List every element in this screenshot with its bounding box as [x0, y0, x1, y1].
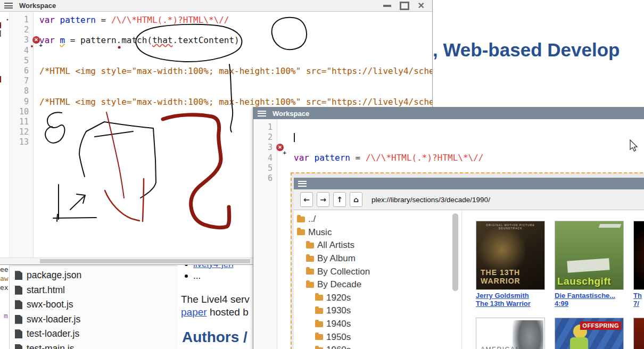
folder-name: By Collection: [317, 267, 370, 277]
folder-icon: [297, 229, 305, 235]
folder-name: ../: [308, 214, 316, 225]
file-list-item[interactable]: start.html: [10, 283, 178, 298]
album-cover[interactable]: OFFSPRING: [555, 318, 624, 349]
add-annotation-icon[interactable]: +: [39, 40, 43, 51]
file-list-item[interactable]: swx-loader.js: [10, 312, 178, 327]
code-line[interactable]: var pattern = /\/\*HTML(.*)?HTML\*\//: [294, 153, 644, 163]
back-button[interactable]: ←: [300, 192, 313, 207]
code-token: m: [60, 35, 65, 45]
file-name: package.json: [27, 270, 81, 281]
tree-item--[interactable]: ../: [294, 213, 461, 226]
album-grid: ORIGINAL MOTION PICTURE SOUNDTRACKTHE 13…: [462, 210, 644, 349]
window-titlebar[interactable]: Workspace ✕: [0, 0, 432, 12]
tree-item-1960s[interactable]: 1960s: [294, 344, 461, 349]
album-link[interactable]: 4:99: [555, 300, 624, 308]
album-link[interactable]: 7/: [633, 300, 644, 308]
bullet-list-item: ...: [185, 271, 201, 281]
folder-tree: ../MusicAll ArtistsBy AlbumBy Collection…: [294, 210, 462, 349]
code-line[interactable]: [39, 56, 432, 66]
album-cell: AMERICANHISTORY X: [476, 318, 545, 349]
album-cover[interactable]: [633, 318, 644, 349]
file-list-item[interactable]: package.json: [10, 268, 178, 283]
tree-item-music[interactable]: Music: [294, 226, 461, 239]
authors-heading: Authors /: [182, 329, 247, 346]
forward-button[interactable]: →: [317, 192, 329, 207]
cover-caption: ORIGINAL MOTION PICTURE SOUNDTRACK: [476, 223, 544, 230]
page-heading: , Web-based Develop: [433, 39, 620, 61]
tree-item-1940s[interactable]: 1940s: [294, 318, 461, 331]
menu-icon[interactable]: [4, 3, 13, 9]
home-button[interactable]: ⌂: [350, 192, 362, 207]
line-number-gutter: 123✕+456: [253, 119, 277, 349]
album-cover[interactable]: [633, 221, 644, 290]
menu-icon[interactable]: [258, 111, 266, 117]
address-bar[interactable]: plex://library/sections/3/decade/1990/: [371, 196, 490, 204]
window-titlebar[interactable]: Workspace: [253, 107, 644, 119]
line-number-label: 9: [24, 97, 29, 106]
file-name: swx-boot.js: [27, 299, 73, 310]
maximize-button[interactable]: [400, 2, 409, 10]
album-cover[interactable]: Lauschgift: [555, 221, 624, 290]
album-link[interactable]: The 13th Warrior: [476, 300, 545, 308]
file-list-item[interactable]: test-main.js: [10, 342, 178, 349]
album-cell: LauschgiftDie Fantastische...4:99: [555, 221, 624, 318]
cover-logo: [599, 224, 622, 228]
code-line[interactable]: /*HTML <img style="max-width:100%; max-h…: [39, 66, 432, 76]
artist-link[interactable]: Die Fantastische...: [555, 292, 624, 300]
code-token: /\/\*HTML(.*)?HTML\*\//: [111, 15, 229, 25]
file-list-item[interactable]: swx-boot.js: [10, 297, 178, 312]
code-token: [55, 15, 60, 25]
tree-scrollbar-thumb[interactable]: [452, 213, 458, 291]
artist-link[interactable]: Jerry Goldsmith: [476, 292, 545, 300]
cover-title: THE 13TH WARRIOR: [481, 268, 544, 285]
folder-icon: [306, 243, 314, 248]
code-line[interactable]: [39, 46, 432, 56]
cover-graphic: [567, 258, 610, 272]
code-fragment: ex: [0, 284, 9, 292]
tree-item-1920s[interactable]: 1920s: [294, 292, 461, 305]
line-number: 1: [10, 15, 33, 25]
file-name: test-loader.js: [27, 328, 79, 339]
tree-item-all-artists[interactable]: All Artists: [294, 239, 461, 252]
paragraph-line2: hosted b: [207, 306, 249, 318]
minimize-button[interactable]: [383, 5, 391, 7]
tree-item-1950s[interactable]: 1950s: [294, 330, 461, 344]
code-line[interactable]: [39, 25, 432, 35]
code-line[interactable]: /*HTML <img style="max-width:100%; max-h…: [39, 97, 432, 107]
code-token: [309, 153, 315, 163]
line-number: 6: [253, 173, 277, 184]
tree-item-by-album[interactable]: By Album: [294, 252, 461, 265]
paper-link[interactable]: paper: [181, 306, 207, 318]
line-number-label: 6: [268, 173, 273, 183]
file-list-item[interactable]: test-loader.js: [10, 327, 178, 342]
tree-item-1930s[interactable]: 1930s: [294, 304, 461, 318]
up-button[interactable]: ↑: [333, 192, 346, 207]
browser-titlebar[interactable]: [294, 178, 644, 189]
code-line[interactable]: var pattern = /\/\*HTML(.*)?HTML\*\//: [39, 15, 432, 25]
scrollbar-thumb[interactable]: [40, 259, 250, 263]
line-number: 8: [10, 86, 33, 96]
menu-icon[interactable]: [298, 181, 307, 187]
code-line[interactable]: [294, 163, 644, 173]
code-token: /\/\*HTML(.*)?HTML\*\//: [366, 153, 484, 163]
file-icon: [15, 286, 22, 295]
file-icon: [15, 300, 22, 309]
code-line[interactable]: [39, 76, 432, 86]
add-annotation-icon[interactable]: +: [283, 148, 286, 158]
folder-name: 1940s: [326, 319, 351, 329]
up-icon: ↑: [336, 195, 343, 204]
tree-item-by-collection[interactable]: By Collection: [294, 265, 461, 278]
album-cover[interactable]: AMERICANHISTORY X: [476, 318, 545, 349]
code-line[interactable]: [39, 86, 432, 96]
folder-icon: [315, 308, 323, 314]
tree-item-by-decade[interactable]: By Decade: [294, 278, 461, 292]
album-links: Jerry GoldsmithThe 13th Warrior: [476, 292, 545, 308]
cover-graphic: [513, 320, 543, 349]
file-name: swx-loader.js: [27, 314, 80, 325]
album-cover[interactable]: ORIGINAL MOTION PICTURE SOUNDTRACKTHE 13…: [476, 221, 545, 290]
artist-link[interactable]: Th: [633, 292, 644, 300]
folder-icon: [315, 321, 323, 327]
close-button[interactable]: ✕: [418, 2, 425, 10]
folder-name: Music: [308, 227, 332, 238]
code-line[interactable]: var m = pattern.match(that.textContent): [39, 35, 432, 45]
